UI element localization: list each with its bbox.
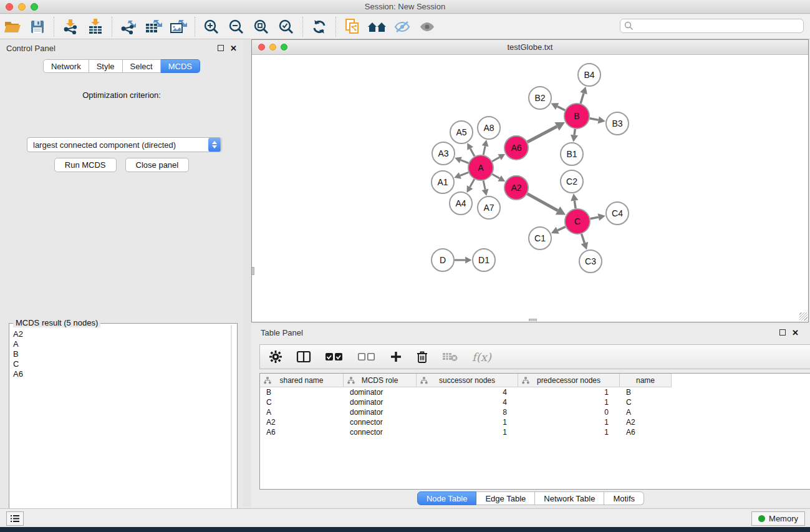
float-table-panel-icon[interactable] bbox=[779, 329, 786, 336]
table-row[interactable]: A2connector11A2 bbox=[260, 417, 810, 427]
resize-grip-icon[interactable] bbox=[799, 312, 808, 321]
new-network-from-selection-button[interactable] bbox=[340, 16, 365, 37]
delete-button[interactable] bbox=[416, 347, 428, 366]
tab-style[interactable]: Style bbox=[89, 59, 123, 73]
edge-A2-C[interactable] bbox=[528, 194, 558, 211]
tab-mcds[interactable]: MCDS bbox=[161, 59, 200, 73]
result-item[interactable]: A bbox=[13, 339, 236, 349]
tab-node-table[interactable]: Node Table bbox=[417, 491, 477, 505]
edge-A-A3[interactable] bbox=[461, 160, 469, 163]
edge-A-A8[interactable] bbox=[483, 146, 485, 155]
tab-network-table[interactable]: Network Table bbox=[535, 491, 604, 505]
result-item[interactable]: A2 bbox=[13, 329, 236, 339]
toolbar-separator bbox=[195, 17, 195, 37]
refresh-icon bbox=[311, 19, 327, 35]
edge-C-C3[interactable] bbox=[582, 234, 585, 243]
hide-selected-button[interactable] bbox=[390, 16, 415, 37]
show-all-button[interactable] bbox=[415, 16, 440, 37]
import-table-button[interactable] bbox=[83, 16, 108, 37]
minimize-window-button[interactable] bbox=[18, 3, 26, 11]
column-layout-button[interactable] bbox=[296, 347, 311, 366]
zoom-out-button[interactable] bbox=[224, 16, 249, 37]
network-zoom-button[interactable] bbox=[281, 44, 287, 51]
table-row[interactable]: Cdominator41C bbox=[260, 397, 810, 407]
refresh-button[interactable] bbox=[307, 16, 332, 37]
save-session-button[interactable] bbox=[25, 16, 50, 37]
table-cell: 1 bbox=[518, 397, 620, 407]
network-graph[interactable]: B4B2BB3A8A5A6A3B1AA1C2A2A4A7C4CC1C3DD1 bbox=[252, 55, 808, 321]
table-row[interactable]: A6connector11A6 bbox=[260, 427, 810, 437]
edge-A-A5[interactable] bbox=[470, 148, 475, 156]
network-minimize-button[interactable] bbox=[269, 44, 276, 51]
table-cell: A bbox=[260, 407, 344, 417]
result-item[interactable]: C bbox=[13, 359, 236, 369]
network-close-button[interactable] bbox=[258, 44, 265, 51]
zoom-in-button[interactable] bbox=[199, 16, 224, 37]
table-cell: dominator bbox=[344, 407, 417, 417]
edge-A-A1[interactable] bbox=[460, 172, 468, 175]
export-table-button[interactable] bbox=[141, 16, 166, 37]
edge-B-B4[interactable] bbox=[581, 94, 584, 104]
zoom-window-button[interactable] bbox=[31, 3, 38, 11]
edge-B-B1[interactable] bbox=[574, 129, 575, 135]
edge-A-A4[interactable] bbox=[470, 179, 475, 187]
import-table-icon bbox=[87, 19, 104, 35]
result-item[interactable]: B bbox=[13, 349, 236, 359]
close-window-button[interactable] bbox=[6, 3, 13, 11]
export-table-icon bbox=[145, 19, 162, 35]
select-all-button[interactable] bbox=[325, 347, 344, 366]
toolbar-separator bbox=[112, 17, 112, 37]
edge-C-C4[interactable] bbox=[591, 217, 599, 219]
tab-motifs[interactable]: Motifs bbox=[604, 491, 644, 505]
run-mcds-button[interactable]: Run MCDS bbox=[54, 158, 117, 172]
arrowhead-icon bbox=[581, 242, 588, 250]
edge-A-A2[interactable] bbox=[492, 174, 499, 178]
function-builder-button[interactable]: f(x) bbox=[472, 347, 491, 366]
table-row[interactable]: Adominator80A bbox=[260, 407, 810, 417]
float-panel-icon[interactable] bbox=[218, 45, 224, 51]
network-canvas[interactable]: B4B2BB3A8A5A6A3B1AA1C2A2A4A7C4CC1C3DD1 bbox=[252, 55, 808, 321]
add-column-button[interactable] bbox=[390, 347, 402, 366]
delete-table-button[interactable] bbox=[442, 347, 458, 366]
close-table-panel-icon[interactable]: ✕ bbox=[792, 328, 799, 337]
edge-C-C1[interactable] bbox=[557, 227, 566, 231]
gear-button[interactable] bbox=[269, 347, 282, 366]
tab-select[interactable]: Select bbox=[123, 59, 161, 73]
column-header-MCDS-role[interactable]: MCDS role bbox=[344, 374, 417, 387]
table-cell: B bbox=[260, 387, 344, 397]
horizontal-scroll-indicator[interactable] bbox=[529, 319, 537, 321]
import-network-button[interactable] bbox=[58, 16, 83, 37]
zoom-fit-button[interactable] bbox=[249, 16, 274, 37]
result-scrollbar[interactable] bbox=[231, 325, 232, 532]
export-network-button[interactable] bbox=[116, 16, 141, 37]
edge-A6-B[interactable] bbox=[528, 127, 557, 142]
task-history-button[interactable] bbox=[6, 511, 24, 526]
zoom-selected-button[interactable] bbox=[274, 16, 299, 37]
memory-button[interactable]: Memory bbox=[751, 511, 805, 526]
edge-A-A6[interactable] bbox=[492, 157, 499, 162]
close-panel-icon[interactable]: ✕ bbox=[230, 44, 237, 53]
tab-network[interactable]: Network bbox=[43, 59, 89, 73]
edge-B-B2[interactable] bbox=[557, 107, 565, 110]
column-header-name[interactable]: name bbox=[620, 374, 672, 387]
close-panel-button[interactable]: Close panel bbox=[125, 158, 190, 172]
optimization-criterion-dropdown[interactable]: largest connected component (directed) bbox=[27, 137, 222, 152]
column-header-predecessor-nodes[interactable]: predecessor nodes bbox=[518, 374, 620, 387]
vertical-scroll-indicator[interactable] bbox=[252, 267, 254, 275]
edge-A-A7[interactable] bbox=[483, 181, 485, 190]
result-item[interactable]: A6 bbox=[13, 369, 236, 379]
search-input[interactable] bbox=[620, 19, 804, 33]
export-image-button[interactable] bbox=[166, 16, 191, 37]
edge-B-B3[interactable] bbox=[590, 118, 599, 120]
column-header-successor-nodes[interactable]: successor nodes bbox=[417, 374, 518, 387]
first-neighbors-button[interactable] bbox=[365, 16, 390, 37]
arrowhead-icon bbox=[465, 257, 471, 264]
open-session-button[interactable] bbox=[0, 16, 25, 37]
column-header-shared-name[interactable]: shared name bbox=[260, 374, 344, 387]
table-row[interactable]: Bdominator41B bbox=[260, 387, 810, 397]
deselect-all-button[interactable] bbox=[357, 347, 376, 366]
edge-C-C2[interactable] bbox=[574, 201, 576, 209]
panel-divider[interactable] bbox=[243, 39, 251, 506]
tab-edge-table[interactable]: Edge Table bbox=[476, 491, 535, 505]
mcds-result-list[interactable]: A2ABCA6 bbox=[9, 324, 237, 379]
